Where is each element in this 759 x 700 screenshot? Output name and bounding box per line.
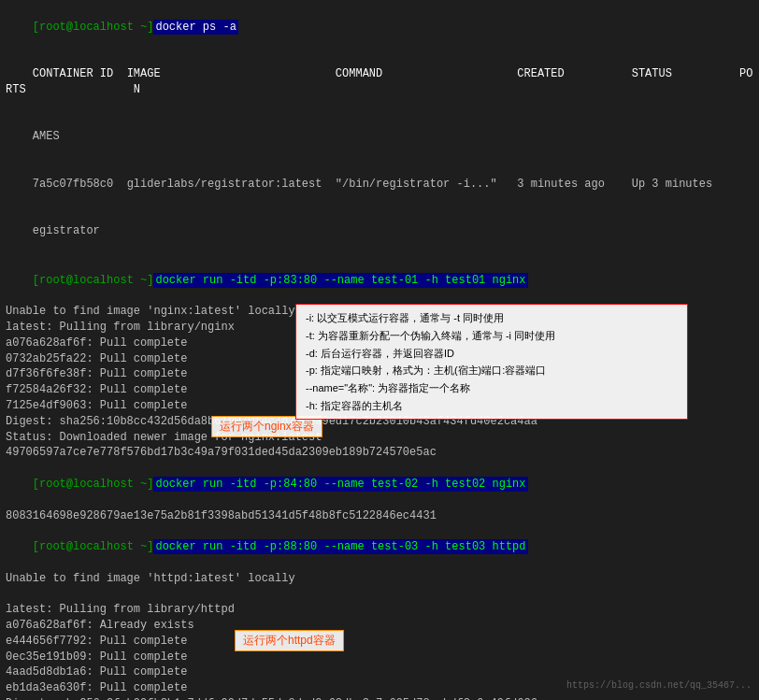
- watermark: https://blog.csdn.net/qq_35467...: [566, 679, 752, 693]
- pull-line-6: f72584a26f32: Pull complete: [6, 382, 295, 398]
- pull-line-2: latest: Pulling from library/nginx: [6, 320, 295, 336]
- col-header: CONTAINER ID IMAGE COMMAND CREATED STATU…: [6, 67, 752, 96]
- table1-names-row: AMES: [6, 114, 753, 161]
- line-cmd2: [root@localhost ~]docker run -itd -p:83:…: [6, 257, 753, 304]
- httpd-p5: 4aad5d8db1a6: Pull complete: [6, 664, 537, 680]
- row1-names: egistrator: [33, 224, 100, 237]
- cmd-1: docker ps -a: [153, 20, 237, 35]
- pull-line-7: 7125e4df9063: Pull complete: [6, 398, 295, 414]
- httpd-p4: 0ec35e191b09: Pull complete: [6, 650, 537, 665]
- nginx-pull-text: Unable to find image 'nginx:latest' loca…: [6, 304, 295, 414]
- terminal: [root@localhost ~]docker ps -a CONTAINER…: [0, 0, 759, 700]
- cmd-highlight-2: docker run -itd -p:83:80 --name test-01 …: [153, 273, 527, 288]
- httpd-p6: eb1da3ea630f: Pull complete: [6, 680, 537, 696]
- httpd-pull-blank: [6, 586, 753, 602]
- ann-line-5: --name="名称": 为容器指定一个名称: [306, 379, 678, 397]
- ann-line-6: -h: 指定容器的主机名: [306, 397, 678, 415]
- httpd-p1: latest: Pulling from library/httpd: [6, 602, 537, 618]
- ann-line-2: -t: 为容器重新分配一个伪输入终端，通常与 -i 同时使用: [306, 327, 678, 345]
- line-1: [root@localhost ~]docker ps -a: [6, 4, 753, 50]
- names-label: AMES: [33, 130, 60, 143]
- nginx-pull-section: Unable to find image 'nginx:latest' loca…: [6, 304, 753, 414]
- pull-line-5: d7f36f6fe38f: Pull complete: [6, 366, 295, 382]
- line-cmd3: [root@localhost ~]docker run -itd -p:84:…: [6, 461, 753, 507]
- prompt-3: [root@localhost ~]: [33, 478, 154, 491]
- httpd-container-label: 运行两个httpd容器: [235, 630, 344, 651]
- pull-line-3: a076a628af6f: Pull complete: [6, 336, 295, 351]
- httpd-digest: Digest: sha256:2fab99fb3b1c7ddfa99d7dc55…: [6, 696, 537, 700]
- ann-line-3: -d: 后台运行容器，并返回容器ID: [306, 345, 678, 363]
- prompt-4: [root@localhost ~]: [33, 540, 154, 553]
- nginx-label-area: Digest: sha256:10b8cc432d56da8b61b070f4c…: [6, 414, 753, 461]
- hash-1: 49706597a7ce7e778f576bd17b3c49a79f031ded…: [6, 445, 537, 461]
- table1-header: CONTAINER ID IMAGE COMMAND CREATED STATU…: [6, 50, 753, 113]
- ann-line-1: -i: 以交互模式运行容器，通常与 -t 同时使用: [306, 309, 678, 327]
- pull-line-1: Unable to find image 'nginx:latest' loca…: [6, 304, 295, 320]
- ann-line-4: -p: 指定端口映射，格式为：主机(宿主)端口:容器端口: [306, 362, 678, 379]
- httpd-pull-1: Unable to find image 'httpd:latest' loca…: [6, 571, 753, 587]
- row1-id: 7a5c07fb58c0 gliderlabs/registrator:late…: [33, 178, 759, 191]
- pull-line-4: 0732ab25fa22: Pull complete: [6, 351, 295, 367]
- annotation-box: -i: 以交互模式运行容器，通常与 -t 同时使用 -t: 为容器重新分配一个伪…: [295, 304, 688, 420]
- table1-row1: 7a5c07fb58c0 gliderlabs/registrator:late…: [6, 161, 753, 207]
- line-cmd4: [root@localhost ~]docker run -itd -p:88:…: [6, 523, 753, 570]
- prompt-2: [root@localhost ~]: [33, 274, 154, 287]
- cmd-highlight-4: docker run -itd -p:88:80 --name test-03 …: [153, 539, 527, 554]
- cmd-highlight-3: docker run -itd -p:84:80 --name test-02 …: [153, 477, 527, 492]
- prompt-1: [root@localhost ~]: [33, 21, 154, 34]
- table1-row1-names: egistrator: [6, 207, 753, 254]
- nginx-hash2: 8083164698e928679ae13e75a2b81f3398abd513…: [6, 508, 753, 524]
